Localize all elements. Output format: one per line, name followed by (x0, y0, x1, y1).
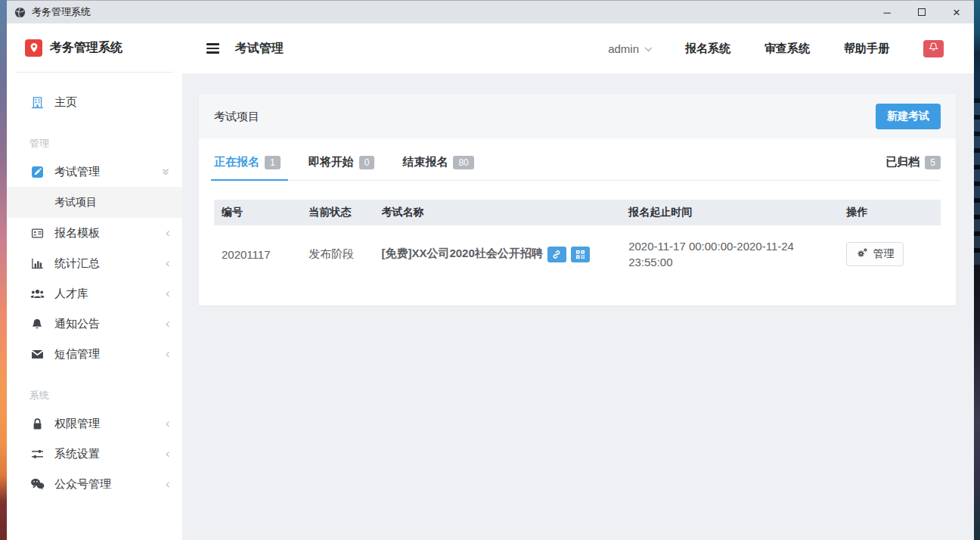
sidebar: 考务管理系统 主页 管理 考试管理 (7, 23, 182, 540)
globe-icon (14, 7, 26, 18)
sidebar-item-label: 系统设置 (54, 447, 165, 461)
tab-count-badge: 1 (265, 156, 281, 169)
sidebar-item-settings[interactable]: 系统设置 ‹ (7, 439, 182, 469)
sidebar-item-label: 考试管理 (54, 165, 161, 179)
window-titlebar: 考务管理系统 ─ × (7, 1, 974, 23)
col-header-status: 当前状态 (301, 200, 374, 225)
col-header-name: 考试名称 (374, 200, 621, 225)
sidebar-item-stats[interactable]: 统计汇总 ‹ (7, 248, 182, 278)
tab-archived[interactable]: 已归档 5 (885, 155, 941, 180)
brand-title: 考务管理系统 (50, 40, 122, 56)
users-icon (29, 287, 45, 300)
sidebar-section-manage: 管理 (7, 117, 182, 157)
chevron-collapsed-icon: ‹ (165, 257, 170, 270)
tab-count-badge: 0 (359, 156, 375, 169)
maximize-icon (918, 8, 926, 16)
chevron-collapsed-icon: ‹ (165, 227, 170, 240)
exam-project-panel: 考试项目 新建考试 正在报名 1 即将开始 0 (199, 95, 956, 306)
window-title: 考务管理系统 (32, 5, 91, 19)
exam-status: 发布阶段 (301, 225, 374, 283)
chevron-double-down-icon (161, 166, 170, 178)
wechat-icon (29, 478, 45, 490)
top-navbar: 考试管理 admin 报名系统 审查系统 帮助手册 (182, 23, 974, 73)
sidebar-item-sms[interactable]: 短信管理 ‹ (7, 339, 182, 369)
edit-pencil-icon (29, 166, 45, 178)
chevron-collapsed-icon: ‹ (165, 348, 170, 361)
exam-name: [免费]XX公司2020社会公开招聘 (381, 247, 542, 259)
sidebar-item-label: 公众号管理 (54, 477, 165, 492)
notification-bell-button[interactable] (923, 40, 944, 57)
tab-label: 正在报名 (214, 155, 259, 169)
sidebar-item-notice[interactable]: 通知公告 ‹ (7, 309, 182, 339)
table-row: 20201117 发布阶段 [免费]XX公司2020社会公开招聘 2020-11… (214, 225, 941, 283)
sidebar-section-system: 系统 (7, 369, 182, 408)
new-exam-button[interactable]: 新建考试 (876, 104, 941, 129)
copy-link-button[interactable] (547, 247, 566, 262)
chevron-collapsed-icon: ‹ (165, 287, 170, 300)
desktop-wallpaper-left (0, 0, 7, 540)
sidebar-item-label: 统计汇总 (54, 256, 165, 271)
tab-count-badge: 5 (925, 156, 941, 169)
chevron-collapsed-icon: ‹ (165, 478, 170, 491)
id-card-icon (29, 227, 45, 240)
manage-button[interactable]: 管理 (846, 242, 904, 266)
panel-header: 考试项目 新建考试 (199, 95, 956, 138)
sidebar-subitem-exam-project[interactable]: 考试项目 (7, 187, 182, 218)
chevron-down-icon (645, 44, 653, 51)
lock-icon (29, 417, 45, 430)
nav-page-title: 考试管理 (235, 41, 284, 57)
sliders-icon (29, 448, 45, 461)
tab-closed[interactable]: 结束报名 80 (402, 155, 473, 180)
panel-title: 考试项目 (214, 110, 259, 124)
sidebar-item-wechat[interactable]: 公众号管理 ‹ (7, 469, 182, 499)
app-window: 考务管理系统 ─ × 考务管理系统 主页 管理 (7, 0, 974, 540)
nav-link-review-system[interactable]: 审查系统 (764, 42, 810, 56)
maximize-button[interactable] (904, 1, 939, 23)
desktop-wallpaper-right (974, 0, 980, 540)
minimize-button[interactable]: ─ (870, 1, 904, 23)
map-pin-logo-icon (25, 39, 42, 57)
col-header-action: 操作 (839, 200, 941, 225)
bell-icon (929, 42, 938, 55)
sidebar-item-exam-manage[interactable]: 考试管理 (7, 157, 182, 187)
tab-label: 已归档 (885, 155, 920, 169)
hamburger-menu-icon[interactable] (206, 43, 219, 54)
content-area: 考试项目 新建考试 正在报名 1 即将开始 0 (182, 73, 974, 540)
bar-chart-icon (29, 257, 45, 270)
chevron-collapsed-icon: ‹ (165, 448, 170, 461)
tab-upcoming[interactable]: 即将开始 0 (309, 155, 375, 180)
user-dropdown[interactable]: admin (608, 42, 651, 55)
bell-icon (29, 318, 45, 331)
sidebar-item-label: 主页 (54, 95, 170, 110)
nav-link-signup-system[interactable]: 报名系统 (685, 42, 730, 56)
tab-registering[interactable]: 正在报名 1 (214, 155, 281, 180)
sidebar-item-label: 短信管理 (54, 347, 165, 362)
sidebar-subitem-label: 考试项目 (54, 196, 97, 209)
sidebar-item-home[interactable]: 主页 (7, 87, 182, 117)
close-button[interactable]: × (939, 1, 974, 23)
sidebar-item-label: 权限管理 (54, 417, 165, 431)
sidebar-item-signup-template[interactable]: 报名模板 ‹ (7, 218, 182, 248)
sidebar-item-label: 人才库 (54, 287, 165, 301)
col-header-id: 编号 (214, 200, 301, 225)
tab-label: 结束报名 (402, 155, 448, 169)
chevron-collapsed-icon: ‹ (165, 417, 170, 430)
sidebar-item-permission[interactable]: 权限管理 ‹ (7, 408, 182, 439)
status-tabs: 正在报名 1 即将开始 0 结束报名 80 (214, 155, 941, 181)
chevron-collapsed-icon: ‹ (165, 318, 170, 331)
qr-code-button[interactable] (571, 247, 590, 262)
col-header-time: 报名起止时间 (621, 200, 839, 225)
nav-link-help-manual[interactable]: 帮助手册 (844, 42, 889, 56)
envelope-icon (29, 349, 45, 360)
exam-table: 编号 当前状态 考试名称 报名起止时间 操作 20201117 (214, 200, 941, 283)
table-header-row: 编号 当前状态 考试名称 报名起止时间 操作 (214, 200, 941, 225)
cogs-icon (856, 247, 868, 261)
tab-label: 即将开始 (309, 155, 354, 169)
username: admin (608, 42, 639, 55)
manage-button-label: 管理 (873, 247, 894, 261)
tab-count-badge: 80 (453, 156, 473, 169)
exam-id: 20201117 (214, 225, 301, 283)
sidebar-item-talent[interactable]: 人才库 ‹ (7, 278, 182, 309)
sidebar-item-label: 报名模板 (54, 226, 165, 241)
brand: 考务管理系统 (7, 23, 182, 72)
